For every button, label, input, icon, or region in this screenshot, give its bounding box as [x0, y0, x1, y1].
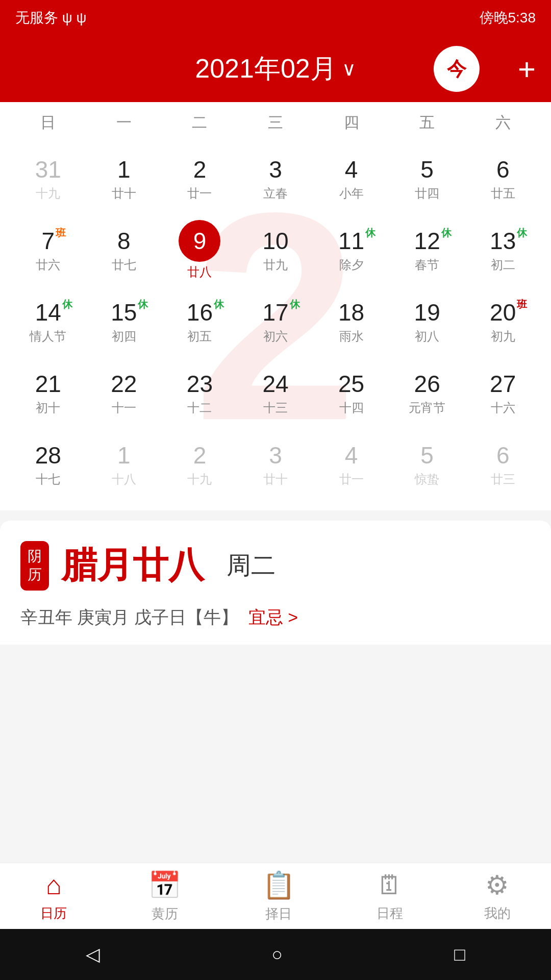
month-title[interactable]: 2021年02月 ∨ [195, 51, 356, 87]
day-lunar: 廿一 [339, 471, 364, 487]
day-lunar: 廿四 [415, 185, 439, 202]
day-lunar: 惊蛰 [415, 471, 439, 487]
recent-button[interactable]: □ [454, 944, 465, 965]
day-number: 11休 [338, 227, 364, 255]
day-number: 1 [117, 156, 131, 183]
weekday-label: 周二 [227, 549, 276, 582]
day-lunar: 廿五 [491, 185, 515, 202]
day-lunar: 十九 [36, 185, 60, 202]
back-button[interactable]: ◁ [86, 944, 100, 965]
day-number: 12休 [414, 227, 440, 255]
table-row[interactable]: 16休 初五 [162, 286, 238, 357]
day-number: 3 [269, 156, 282, 183]
lunar-date: 腊月廿八 [61, 542, 204, 590]
chevron-down-icon[interactable]: ∨ [342, 58, 356, 80]
today-button[interactable]: 今 [434, 46, 480, 92]
day-lunar: 十二 [187, 400, 212, 416]
day-number: 20班 [490, 299, 516, 326]
table-row[interactable]: 31 十九 [10, 143, 86, 214]
status-signal: 无服务 ψ ψ [15, 8, 86, 28]
table-row[interactable]: 8 廿七 [86, 214, 162, 286]
nav-item-calendar[interactable]: ⌂ 日历 [40, 870, 67, 922]
table-row[interactable]: 28 十七 [10, 429, 86, 500]
table-row[interactable]: 4 廿一 [313, 429, 389, 500]
nav-item-huangli[interactable]: 📅 黄历 [148, 870, 181, 923]
rest-badge: 休 [135, 297, 151, 312]
table-row[interactable]: 9 廿八 [162, 214, 238, 286]
table-row[interactable]: 3 立春 [238, 143, 314, 214]
table-row[interactable]: 5 廿四 [389, 143, 465, 214]
table-row[interactable]: 3 廿十 [238, 429, 314, 500]
day-number: 22 [111, 370, 137, 398]
table-row[interactable]: 6 廿三 [465, 429, 541, 500]
day-number: 3 [269, 442, 282, 469]
calendar-grid: 2 31 十九 1 廿十 2 廿一 3 立春 4 小年 5 廿四 6 廿五 [10, 143, 541, 500]
home-button[interactable]: ○ [271, 944, 283, 965]
rest-badge: 休 [362, 225, 379, 241]
table-row[interactable]: 23 十二 [162, 357, 238, 429]
table-row[interactable]: 15休 初四 [86, 286, 162, 357]
add-icon: + [518, 52, 536, 86]
status-time: 傍晚5:38 [480, 8, 536, 28]
table-row[interactable]: 27 十六 [465, 357, 541, 429]
day-lunar: 初十 [36, 400, 60, 416]
day-number: 26 [414, 370, 440, 398]
status-bar: 无服务 ψ ψ 傍晚5:38 [0, 0, 551, 36]
day-lunar: 情人节 [30, 328, 66, 345]
table-row[interactable]: 6 廿五 [465, 143, 541, 214]
day-number: 2 [193, 156, 207, 183]
day-lunar: 元宵节 [409, 400, 445, 416]
day-number: 27 [490, 370, 516, 398]
day-lunar: 廿三 [491, 471, 515, 487]
table-row[interactable]: 13休 初二 [465, 214, 541, 286]
day-number: 28 [35, 442, 61, 469]
table-row[interactable]: 19 初八 [389, 286, 465, 357]
table-row[interactable]: 20班 初九 [465, 286, 541, 357]
rest-badge: 休 [59, 297, 76, 312]
nav-item-mine[interactable]: ⚙ 我的 [484, 870, 511, 922]
day-lunar: 初六 [263, 328, 288, 345]
table-row[interactable]: 1 廿十 [86, 143, 162, 214]
table-row[interactable]: 12休 春节 [389, 214, 465, 286]
day-number: 4 [345, 156, 358, 183]
table-row[interactable]: 17休 初六 [238, 286, 314, 357]
weekday-wed: 三 [238, 112, 314, 133]
day-number: 6 [496, 156, 510, 183]
day-number: 5 [420, 156, 434, 183]
work-badge: 班 [514, 297, 530, 312]
day-lunar: 廿六 [36, 257, 60, 273]
nav-item-schedule[interactable]: 🗓 日程 [377, 870, 403, 922]
nav-item-zeري[interactable]: 📋 择日 [262, 870, 295, 923]
table-row[interactable]: 24 十三 [238, 357, 314, 429]
day-number: 25 [338, 370, 364, 398]
zeri-icon: 📋 [262, 870, 295, 901]
day-lunar: 十六 [491, 400, 515, 416]
work-badge: 班 [53, 225, 69, 241]
day-number: 4 [345, 442, 358, 469]
table-row[interactable]: 7班 廿六 [10, 214, 86, 286]
table-row[interactable]: 26 元宵节 [389, 357, 465, 429]
add-button[interactable]: + [518, 52, 536, 87]
rest-badge: 休 [514, 225, 530, 241]
day-lunar: 十七 [36, 471, 60, 487]
table-row[interactable]: 5 惊蛰 [389, 429, 465, 500]
table-row[interactable]: 1 十八 [86, 429, 162, 500]
day-number: 6 [496, 442, 510, 469]
table-row[interactable]: 22 十一 [86, 357, 162, 429]
day-lunar: 十三 [263, 400, 288, 416]
yiji-link[interactable]: 宜忌 > [248, 606, 298, 629]
day-number: 1 [117, 442, 131, 469]
day-lunar: 除夕 [339, 257, 364, 273]
table-row[interactable]: 18 雨水 [313, 286, 389, 357]
table-row[interactable]: 2 廿一 [162, 143, 238, 214]
table-row[interactable]: 4 小年 [313, 143, 389, 214]
table-row[interactable]: 14休 情人节 [10, 286, 86, 357]
table-row[interactable]: 21 初十 [10, 357, 86, 429]
table-row[interactable]: 2 十九 [162, 429, 238, 500]
table-row[interactable]: 10 廿九 [238, 214, 314, 286]
day-number: 13休 [490, 227, 516, 255]
ganzhi-info: 辛丑年 庚寅月 戊子日【牛】 宜忌 > [20, 606, 531, 629]
table-row[interactable]: 25 十四 [313, 357, 389, 429]
table-row[interactable]: 11休 除夕 [313, 214, 389, 286]
day-number: 23 [187, 370, 213, 398]
